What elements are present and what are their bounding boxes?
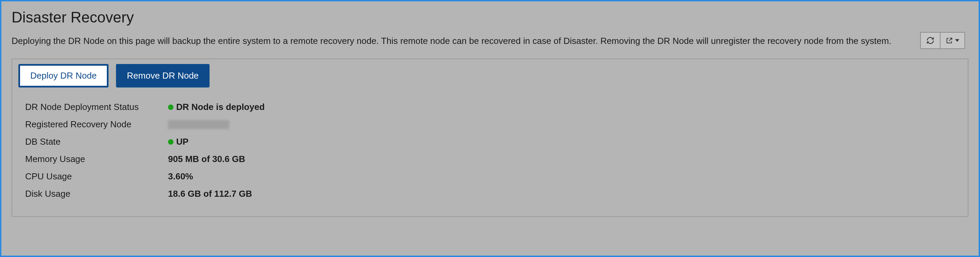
status-label: Disk Usage: [25, 188, 168, 199]
status-dot-icon: [168, 139, 173, 145]
status-value: UP: [168, 137, 188, 147]
external-link-dropdown[interactable]: [940, 33, 964, 48]
status-row-deployment: DR Node Deployment Status DR Node is dep…: [25, 102, 962, 112]
status-row-disk: Disk Usage 18.6 GB of 112.7 GB: [25, 188, 962, 199]
top-actions-toolbar: [920, 32, 965, 49]
refresh-button[interactable]: [921, 33, 940, 48]
status-label: DB State: [25, 137, 168, 147]
status-label: Registered Recovery Node: [25, 119, 168, 130]
content-panel: Deploy DR Node Remove DR Node DR Node De…: [11, 59, 969, 217]
status-value: [168, 120, 229, 129]
status-label: CPU Usage: [25, 171, 168, 182]
chevron-down-icon: [955, 39, 959, 42]
page-title: Disaster Recovery: [11, 9, 969, 26]
status-row-memory: Memory Usage 905 MB of 30.6 GB: [25, 154, 962, 164]
status-row-cpu: CPU Usage 3.60%: [25, 171, 962, 182]
action-button-row: Deploy DR Node Remove DR Node: [18, 64, 962, 88]
remove-dr-node-button[interactable]: Remove DR Node: [116, 64, 210, 88]
status-list: DR Node Deployment Status DR Node is dep…: [18, 102, 962, 199]
refresh-icon: [926, 37, 934, 45]
status-dot-icon: [168, 104, 173, 110]
redacted-value: [168, 120, 229, 129]
status-value: 18.6 GB of 112.7 GB: [168, 188, 252, 199]
external-link-icon: [946, 37, 953, 44]
status-label: DR Node Deployment Status: [25, 102, 168, 112]
status-value: 905 MB of 30.6 GB: [168, 154, 245, 164]
status-text: DR Node is deployed: [176, 102, 265, 112]
status-value: 3.60%: [168, 171, 193, 182]
page-description: Deploying the DR Node on this page will …: [11, 34, 896, 48]
deploy-dr-node-button[interactable]: Deploy DR Node: [18, 64, 108, 88]
status-label: Memory Usage: [25, 154, 168, 164]
status-value: DR Node is deployed: [168, 102, 265, 112]
status-row-recovery-node: Registered Recovery Node: [25, 119, 962, 130]
status-text: UP: [176, 137, 188, 147]
status-row-db-state: DB State UP: [25, 137, 962, 147]
